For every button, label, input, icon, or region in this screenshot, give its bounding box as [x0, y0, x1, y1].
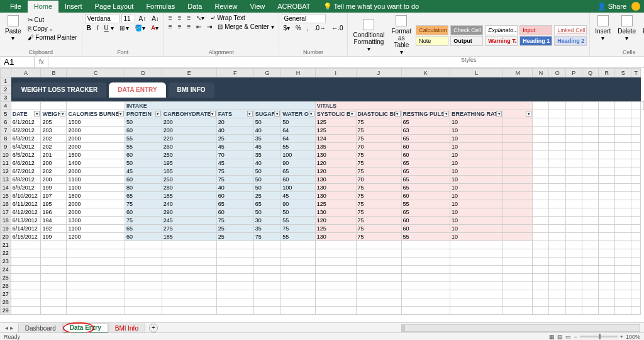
- cell[interactable]: [565, 143, 582, 151]
- data-cell[interactable]: 195: [162, 159, 216, 167]
- data-cell[interactable]: [503, 233, 533, 241]
- row-header[interactable]: 11: [1, 159, 11, 167]
- data-cell[interactable]: 20: [216, 118, 253, 127]
- cell[interactable]: [216, 266, 253, 274]
- cell[interactable]: [615, 118, 631, 127]
- cell[interactable]: [631, 102, 641, 110]
- cell[interactable]: [631, 143, 641, 151]
- data-cell[interactable]: 6/14/2012: [11, 225, 41, 233]
- data-cell[interactable]: 125: [315, 127, 356, 135]
- cell[interactable]: [533, 282, 549, 290]
- data-cell[interactable]: 55: [281, 217, 315, 225]
- cell[interactable]: [125, 266, 162, 274]
- row-header[interactable]: 26: [1, 282, 11, 290]
- cell[interactable]: [565, 159, 582, 167]
- data-cell[interactable]: 60: [401, 225, 450, 233]
- data-cell[interactable]: 202: [41, 167, 67, 176]
- cell[interactable]: [41, 266, 67, 274]
- cell[interactable]: [582, 159, 598, 167]
- cell[interactable]: [11, 266, 41, 274]
- zoom-out[interactable]: −: [574, 334, 577, 340]
- data-cell[interactable]: 125: [315, 118, 356, 127]
- data-cell[interactable]: 35: [253, 225, 281, 233]
- cell[interactable]: [599, 249, 615, 258]
- cell[interactable]: [253, 266, 281, 274]
- row-header[interactable]: 25: [1, 274, 11, 282]
- comma-button[interactable]: ,: [305, 24, 311, 32]
- cell[interactable]: [315, 282, 356, 290]
- cell[interactable]: [281, 307, 315, 315]
- cell[interactable]: [631, 176, 641, 184]
- cell[interactable]: [599, 143, 615, 151]
- cell[interactable]: [533, 298, 549, 307]
- cell[interactable]: [450, 258, 503, 266]
- cell[interactable]: [162, 249, 216, 258]
- cell[interactable]: [533, 233, 549, 241]
- delete-cells-button[interactable]: Delete▾: [615, 14, 638, 43]
- row-header[interactable]: 6: [1, 118, 11, 127]
- cell[interactable]: [631, 290, 641, 298]
- cell[interactable]: [450, 241, 503, 249]
- data-cell[interactable]: 1400: [67, 159, 125, 167]
- data-cell[interactable]: 125: [315, 200, 356, 208]
- cell[interactable]: [549, 118, 565, 127]
- data-cell[interactable]: 75: [216, 167, 253, 176]
- cell[interactable]: [533, 307, 549, 315]
- cell[interactable]: [315, 290, 356, 298]
- cell[interactable]: [582, 200, 598, 208]
- cell[interactable]: [615, 298, 631, 307]
- cell[interactable]: [401, 249, 450, 258]
- data-cell[interactable]: 6/7/2012: [11, 167, 41, 176]
- cell[interactable]: [533, 151, 549, 159]
- data-cell[interactable]: 75: [356, 159, 401, 167]
- data-cell[interactable]: [503, 167, 533, 176]
- cell[interactable]: [356, 298, 401, 307]
- data-cell[interactable]: 70: [356, 143, 401, 151]
- tab-view[interactable]: View: [244, 1, 272, 13]
- data-cell[interactable]: 10: [450, 233, 503, 241]
- cell[interactable]: [401, 307, 450, 315]
- data-cell[interactable]: 199: [41, 184, 67, 192]
- data-cell[interactable]: 64: [281, 135, 315, 143]
- data-cell[interactable]: [503, 184, 533, 192]
- col-header[interactable]: I: [315, 69, 356, 77]
- col-header[interactable]: H: [281, 69, 315, 77]
- cell[interactable]: [533, 118, 549, 127]
- increase-font-button[interactable]: A↑: [137, 14, 148, 23]
- filter-dropdown-icon[interactable]: ▾: [350, 111, 355, 116]
- tab-home[interactable]: Home: [28, 1, 58, 13]
- data-cell[interactable]: 120: [315, 217, 356, 225]
- data-cell[interactable]: 60: [216, 208, 253, 217]
- cell[interactable]: [599, 118, 615, 127]
- cell[interactable]: [162, 241, 216, 249]
- cell[interactable]: [216, 249, 253, 258]
- cell[interactable]: [615, 208, 631, 217]
- cell[interactable]: [549, 176, 565, 184]
- cell[interactable]: [599, 110, 615, 118]
- data-cell[interactable]: 192: [41, 225, 67, 233]
- cell[interactable]: [582, 110, 598, 118]
- cell[interactable]: [315, 298, 356, 307]
- row-header[interactable]: 18: [1, 217, 11, 225]
- cell[interactable]: [162, 290, 216, 298]
- cell[interactable]: [162, 266, 216, 274]
- row-header[interactable]: 13: [1, 176, 11, 184]
- bold-button[interactable]: B: [85, 24, 93, 32]
- data-cell[interactable]: 75: [356, 167, 401, 176]
- cell[interactable]: [631, 258, 641, 266]
- data-cell[interactable]: 135: [315, 143, 356, 151]
- cell[interactable]: [356, 249, 401, 258]
- cell[interactable]: [162, 258, 216, 266]
- format-as-table-button[interactable]: Format as Table▾: [389, 14, 414, 57]
- name-box[interactable]: [1, 56, 35, 68]
- data-cell[interactable]: [503, 118, 533, 127]
- data-cell[interactable]: 120: [315, 159, 356, 167]
- cell[interactable]: [125, 282, 162, 290]
- cell[interactable]: [549, 217, 565, 225]
- cell[interactable]: [599, 200, 615, 208]
- cell[interactable]: [631, 249, 641, 258]
- cell[interactable]: [401, 298, 450, 307]
- col-header[interactable]: K: [401, 69, 450, 77]
- cell[interactable]: [533, 274, 549, 282]
- cell[interactable]: [549, 225, 565, 233]
